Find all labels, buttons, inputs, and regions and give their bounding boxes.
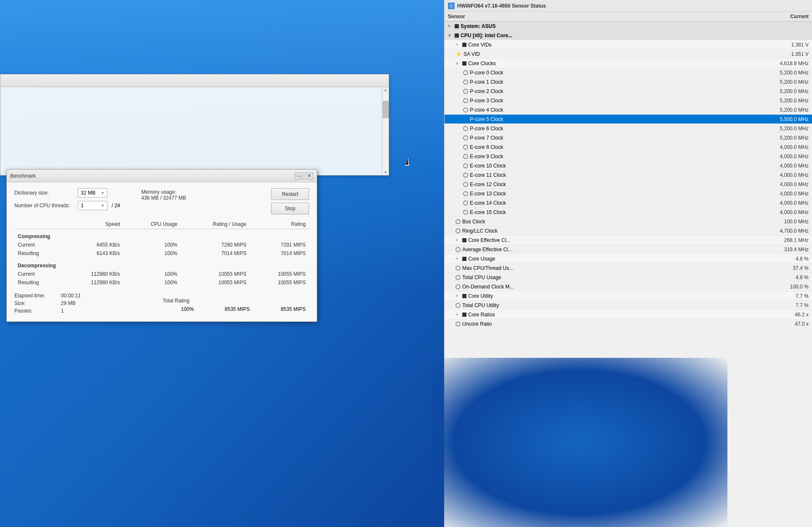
sensor-row[interactable]: Total CPU Usage 4.8 % <box>444 273 812 282</box>
sensor-row[interactable]: ⚡ SA VID 1.051 V <box>444 49 812 59</box>
cpu-threads-value[interactable]: 1 ▼ <box>78 201 107 210</box>
sensor-label: Total CPU Usage <box>462 274 501 280</box>
circle-gray-icon <box>463 98 468 103</box>
sensor-value: 4,000.0 MHz <box>741 200 809 206</box>
sensor-row[interactable]: ∨ CPU [#0]: Intel Core... <box>444 31 812 40</box>
sensor-row[interactable]: Bus Clock 100.0 MHz <box>444 217 812 226</box>
chevron-down-icon-2: ▼ <box>101 204 104 208</box>
col-rating-usage: Rating / Usage <box>181 220 250 229</box>
sensor-row[interactable]: E-core 13 Clock 4,000.0 MHz <box>444 189 812 198</box>
sensor-row[interactable]: Average Effective Cl... 319.4 MHz <box>444 245 812 254</box>
sensor-row[interactable]: > Core Usage 4.8 % <box>444 254 812 264</box>
cpu-threads-label: Number of CPU threads: <box>14 203 74 209</box>
sensor-value: 1.381 V <box>741 42 809 48</box>
sensor-label: E-core 14 Clock <box>470 200 506 206</box>
expand-icon[interactable]: > <box>455 256 461 261</box>
circle-gray-icon <box>463 135 468 140</box>
circle-gray-icon <box>455 303 461 308</box>
sensor-label: E-core 11 Clock <box>470 172 506 178</box>
sensor-col-header: Sensor <box>448 14 741 19</box>
sensor-name: > System: ASUS <box>448 23 741 29</box>
sensor-value: 5,200.0 MHz <box>741 126 809 132</box>
sensor-value: 100.0 % <box>741 284 809 290</box>
minimize-button[interactable]: — <box>295 173 303 179</box>
sensor-value: 5,200.0 MHz <box>741 135 809 141</box>
sensor-row[interactable]: P-core 4 Clock 5,200.0 MHz <box>444 105 812 115</box>
sensor-row[interactable]: E-core 10 Clock 4,000.0 MHz <box>444 161 812 170</box>
sensor-row[interactable]: > Core Effective Cl... 268.1 MHz <box>444 236 812 245</box>
sensor-name: ∨ Core Clocks <box>448 60 741 66</box>
expand-icon[interactable]: > <box>455 312 461 317</box>
sensor-label: E-core 12 Clock <box>470 181 506 187</box>
sensor-row[interactable]: P-core 6 Clock 5,200.0 MHz <box>444 124 812 133</box>
stop-button[interactable]: Stop <box>271 203 309 214</box>
expand-icon[interactable]: ∨ <box>448 33 453 38</box>
sensor-row[interactable]: E-core 12 Clock 4,000.0 MHz <box>444 180 812 189</box>
decompressing-resulting-label: Resulting <box>14 278 62 287</box>
desktop: Benchmark — ✕ Dictionary size: 32 MB ▼ <box>0 0 812 527</box>
restart-button[interactable]: Restart <box>271 188 309 200</box>
benchmark-title: Benchmark <box>10 173 36 179</box>
sensor-row[interactable]: On-Demand Clock M... 100.0 % <box>444 282 812 291</box>
expand-icon[interactable]: > <box>455 294 461 298</box>
sensor-value: 4,000.0 MHz <box>741 144 809 150</box>
size-row: Size: 29 MB <box>14 300 161 306</box>
total-rating-mips2: 8535 MIPS <box>253 305 309 313</box>
sensor-row[interactable]: Total CPU Utility 7.7 % <box>444 301 812 310</box>
total-rating-data-row: 100% 8535 MIPS 8535 MIPS <box>163 305 310 313</box>
expand-icon[interactable]: ∨ <box>455 61 461 66</box>
sensor-row[interactable]: P-core 0 Clock 5,200.0 MHz <box>444 68 812 77</box>
sensor-row[interactable]: Uncore Ratio 47.0 x <box>444 319 812 329</box>
circle-gray-icon <box>463 70 468 75</box>
compressing-current-row: Current 6455 KB/s 100% 7290 MIPS 7291 MI… <box>14 241 309 249</box>
scrollbar-thumb[interactable] <box>383 101 389 118</box>
sensor-value: 5,500.0 MHz <box>741 116 809 122</box>
sensor-value: 4,618.8 MHz <box>741 60 809 66</box>
sensor-row[interactable]: P-core 5 Clock 5,500.0 MHz <box>444 115 812 124</box>
expand-icon[interactable]: > <box>455 238 461 242</box>
close-button[interactable]: ✕ <box>305 173 313 179</box>
sensor-row[interactable]: P-core 3 Clock 5,200.0 MHz <box>444 96 812 105</box>
sensor-row[interactable]: E-core 15 Clock 4,000.0 MHz <box>444 208 812 217</box>
sensor-row[interactable]: Ring/LLC Clock 4,700.0 MHz <box>444 226 812 236</box>
sensor-row[interactable]: Max CPU/Thread Us... 37.4 % <box>444 264 812 273</box>
sensor-row[interactable]: ∨ Core Clocks 4,618.8 MHz <box>444 59 812 68</box>
circle-gray-icon <box>463 154 468 159</box>
dictionary-size-value[interactable]: 32 MB ▼ <box>78 188 107 198</box>
benchmark-body: Dictionary size: 32 MB ▼ Number of CPU t… <box>7 182 317 321</box>
dictionary-size-row: Dictionary size: 32 MB ▼ <box>14 188 120 198</box>
sensor-row[interactable]: E-core 11 Clock 4,000.0 MHz <box>444 170 812 180</box>
sensor-row[interactable]: P-core 2 Clock 5,200.0 MHz <box>444 87 812 96</box>
square-icon <box>462 294 466 298</box>
sensor-row[interactable]: P-core 1 Clock 5,200.0 MHz <box>444 77 812 87</box>
sensor-row[interactable]: E-core 9 Clock 4,000.0 MHz <box>444 152 812 161</box>
sensor-name: P-core 2 Clock <box>448 88 741 94</box>
hwinfo-sensor-table[interactable]: > System: ASUS ∨ CPU [#0]: Intel Core...… <box>444 22 812 527</box>
elapsed-value: 00:00:11 <box>61 293 81 299</box>
sensor-row[interactable]: > Core Utility 7.7 % <box>444 291 812 301</box>
sensor-row[interactable]: > System: ASUS <box>444 22 812 31</box>
dictionary-size-select[interactable]: 32 MB ▼ <box>78 188 107 198</box>
expand-icon[interactable]: > <box>448 24 453 28</box>
hwinfo-titlebar: i HWiNFO64 v7.16-4650 Sensor Status <box>444 0 812 12</box>
sensor-row[interactable]: > Core VIDs 1.381 V <box>444 40 812 49</box>
circle-gray-icon <box>463 210 468 215</box>
total-rating-row: Total Rating <box>163 295 310 304</box>
sensor-label: CPU [#0]: Intel Core... <box>461 33 513 38</box>
sensor-label: Ring/LLC Clock <box>462 228 497 234</box>
square-icon <box>462 43 466 47</box>
sensor-value: 47.0 x <box>741 321 809 327</box>
square-icon <box>455 33 459 38</box>
cpu-threads-select[interactable]: 1 ▼ / 24 <box>78 201 120 210</box>
sensor-row[interactable]: P-core 7 Clock 5,200.0 MHz <box>444 133 812 143</box>
decompressing-resulting-rating-usage: 10055 MIPS <box>181 278 250 287</box>
sensor-row[interactable]: > Core Ratios 46.2 x <box>444 310 812 319</box>
compressing-resulting-label: Resulting <box>14 249 62 258</box>
hwinfo-table-header: Sensor Current <box>444 12 812 22</box>
bg-window-scrollbar[interactable] <box>382 87 389 175</box>
sensor-name: E-core 14 Clock <box>448 200 741 206</box>
sensor-row[interactable]: E-core 8 Clock 4,000.0 MHz <box>444 143 812 152</box>
expand-icon[interactable]: > <box>455 42 461 47</box>
sensor-row[interactable]: E-core 14 Clock 4,000.0 MHz <box>444 198 812 208</box>
compressing-resulting-rating-usage: 7014 MIPS <box>181 249 250 258</box>
